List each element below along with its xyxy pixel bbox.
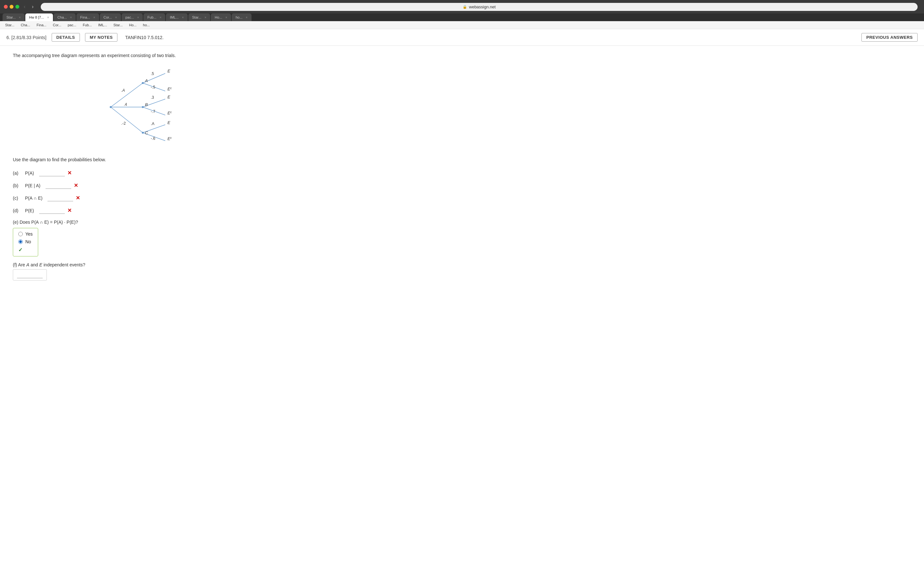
svg-point-11 <box>142 106 144 108</box>
part-e-yes-radio[interactable] <box>18 232 23 236</box>
tab-ho[interactable]: Ho... × <box>211 13 231 21</box>
address-bar[interactable]: 🔒 webassign.net <box>41 3 918 11</box>
tab-fina-label: Fina... <box>80 15 90 19</box>
lock-icon: 🔒 <box>463 5 467 9</box>
bookmark-9[interactable]: ho... <box>142 23 151 27</box>
svg-text:.-2: .-2 <box>121 121 126 126</box>
details-button[interactable]: DETAILS <box>52 33 80 42</box>
tab-cha-close[interactable]: × <box>70 16 72 19</box>
tab-fina-close[interactable]: × <box>94 16 95 19</box>
bookmark-6[interactable]: IML... <box>97 23 108 27</box>
part-e-no-row: No <box>18 239 33 244</box>
part-e-correct-row: ✓ <box>18 247 33 253</box>
part-b-input[interactable] <box>45 182 71 189</box>
tab-ho-close[interactable]: × <box>226 16 228 19</box>
part-d-wrong-icon: ✕ <box>67 207 71 213</box>
my-notes-button[interactable]: MY NOTES <box>85 33 118 42</box>
part-a-wrong-icon: ✕ <box>67 170 71 176</box>
tab-fina[interactable]: Fina... × <box>76 13 99 21</box>
page-header: 6. [2.81/8.33 Points] DETAILS MY NOTES T… <box>0 29 924 46</box>
question-code: TANFIN10 7.5.012. <box>125 35 164 40</box>
back-button[interactable]: ‹ <box>22 3 27 11</box>
svg-text:.5: .5 <box>151 71 154 76</box>
svg-text:.A: .A <box>151 121 154 126</box>
part-c: (c) P(A ∩ E) ✕ <box>13 195 276 201</box>
url-text: webassign.net <box>469 5 496 9</box>
tab-bar: Star... × Hw 8 [7... × Cha... × Fina... … <box>0 13 924 21</box>
part-a: (a) P(A) ✕ <box>13 169 276 176</box>
tab-star2-close[interactable]: × <box>205 16 207 19</box>
tab-iml[interactable]: IML... × <box>166 13 187 21</box>
part-e-yes-row: Yes <box>18 231 33 237</box>
svg-line-2 <box>111 107 143 133</box>
part-c-input[interactable] <box>47 195 73 201</box>
maximize-button[interactable] <box>15 5 19 9</box>
tab-star2[interactable]: Star... × <box>188 13 210 21</box>
svg-point-9 <box>110 106 111 108</box>
svg-text:Ec: Ec <box>168 111 172 115</box>
tab-pac-close[interactable]: × <box>137 16 139 19</box>
tab-star-close[interactable]: × <box>19 16 21 19</box>
bookmark-2[interactable]: Fina... <box>35 23 48 27</box>
tab-pac-label: pac... <box>126 15 134 19</box>
close-button[interactable] <box>4 5 8 9</box>
svg-text:-.6: -.6 <box>151 136 155 141</box>
svg-text:E: E <box>168 120 170 125</box>
svg-point-10 <box>142 82 144 84</box>
part-e: (e) Does P(A ∩ E) = P(A) · P(E)? Yes No … <box>13 219 276 256</box>
tab-cha[interactable]: Cha... × <box>53 13 76 21</box>
tab-ho-label: Ho... <box>215 15 222 19</box>
tab-pac[interactable]: pac... × <box>121 13 143 21</box>
part-d: (d) P(E) ✕ <box>13 207 276 214</box>
browser-chrome: ‹ › 🔒 webassign.net <box>0 0 924 13</box>
part-a-formula: P(A) <box>25 171 34 176</box>
tab-cor-close[interactable]: × <box>115 16 117 19</box>
part-b-wrong-icon: ✕ <box>74 182 78 189</box>
previous-answers-button[interactable]: PREVIOUS ANSWERS <box>861 33 918 42</box>
minimize-button[interactable] <box>10 5 13 9</box>
part-e-yes-label: Yes <box>25 231 33 237</box>
part-e-no-label: No <box>25 239 31 244</box>
bookmark-bar: Star... Cha... Fina... Cor... pac... Fub… <box>0 21 924 29</box>
tab-iml-close[interactable]: × <box>182 16 184 19</box>
bookmark-4[interactable]: pac... <box>66 23 78 27</box>
tab-star-label: Star... <box>6 15 16 19</box>
svg-text:E: E <box>168 95 170 99</box>
part-d-label: (d) <box>13 208 23 213</box>
tab-cor-label: Cor... <box>103 15 112 19</box>
svg-text:E: E <box>168 69 170 73</box>
window-controls <box>4 5 19 9</box>
tab-hw8[interactable]: Hw 8 [7... × <box>25 13 53 21</box>
svg-text:.A: .A <box>121 88 125 93</box>
part-e-radio-group: Yes No ✓ <box>13 228 38 256</box>
bookmark-5[interactable]: Fub... <box>81 23 93 27</box>
tab-hw8-label: Hw 8 [7... <box>29 15 44 19</box>
tab-fub-label: Fub... <box>147 15 156 19</box>
tab-cha-label: Cha... <box>57 15 67 19</box>
part-e-no-radio[interactable] <box>18 239 23 244</box>
tab-cor[interactable]: Cor... × <box>100 13 121 21</box>
bookmark-8[interactable]: Ho... <box>128 23 137 27</box>
tab-ho2-close[interactable]: × <box>246 16 248 19</box>
part-f-input[interactable] <box>17 271 43 278</box>
bookmark-7[interactable]: Star... <box>112 23 124 27</box>
bookmark-0[interactable]: Star... <box>4 23 16 27</box>
tab-ho2[interactable]: ho... × <box>232 13 251 21</box>
part-d-input[interactable] <box>39 207 65 214</box>
question-description: The accompanying tree diagram represents… <box>13 52 276 59</box>
part-b: (b) P(E | A) ✕ <box>13 182 276 189</box>
part-f: (f) Are A and E independent events? <box>13 262 276 280</box>
forward-button[interactable]: › <box>30 3 35 11</box>
tab-hw8-close[interactable]: × <box>47 16 49 19</box>
tab-star[interactable]: Star... × <box>3 13 25 21</box>
tab-fub-close[interactable]: × <box>160 16 162 19</box>
tab-fub[interactable]: Fub... × <box>144 13 165 21</box>
part-a-label: (a) <box>13 171 23 176</box>
part-a-input[interactable] <box>39 169 65 176</box>
svg-text:.3: .3 <box>151 95 154 100</box>
svg-text:B: B <box>145 102 148 107</box>
part-c-formula: P(A ∩ E) <box>25 195 42 201</box>
part-e-correct-icon: ✓ <box>18 247 23 253</box>
bookmark-1[interactable]: Cha... <box>19 23 31 27</box>
bookmark-3[interactable]: Cor... <box>52 23 63 27</box>
